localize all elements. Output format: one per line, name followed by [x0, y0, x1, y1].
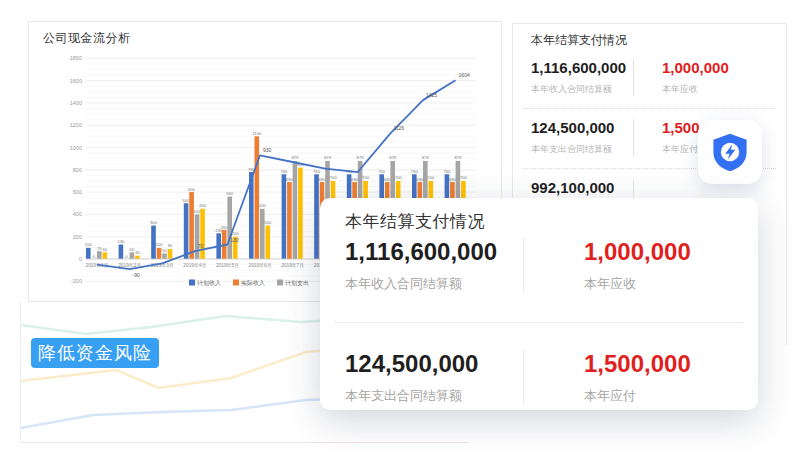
shield-lightning-icon	[709, 131, 751, 173]
svg-text:50: 50	[162, 248, 167, 253]
svg-text:690: 690	[449, 177, 457, 182]
svg-text:700: 700	[362, 175, 370, 180]
overlay-receivable-value: 1,000,000	[584, 238, 691, 266]
svg-text:100: 100	[85, 242, 93, 247]
svg-text:2019年5月: 2019年5月	[216, 263, 239, 269]
svg-text:800: 800	[73, 167, 82, 173]
svg-text:600: 600	[73, 189, 82, 195]
svg-text:计划支出: 计划支出	[285, 280, 309, 287]
overlay-income-settlement-value: 1,116,600,000	[345, 238, 523, 266]
panel-row-income: 1,116,600,000 本年收入合同结算额 1,000,000 本年应收	[513, 49, 786, 96]
overlay-title: 本年结算支付情况	[345, 210, 485, 233]
divider	[335, 322, 743, 323]
svg-text:879: 879	[324, 155, 332, 160]
svg-text:1200: 1200	[70, 122, 82, 128]
svg-text:690: 690	[416, 177, 424, 182]
overlay-payable-value: 1,500,000	[584, 350, 691, 378]
panel-title: 本年结算支付情况	[513, 24, 786, 49]
svg-text:690: 690	[384, 177, 392, 182]
svg-text:-90: -90	[133, 272, 140, 278]
svg-text:1000: 1000	[70, 145, 82, 151]
svg-text:760: 760	[411, 169, 419, 174]
svg-text:计划收入: 计划收入	[197, 279, 221, 287]
svg-text:450: 450	[199, 203, 207, 208]
svg-text:879: 879	[389, 155, 397, 160]
overlay-expense-settlement-value: 124,500,000	[345, 350, 523, 378]
svg-text:0: 0	[93, 254, 96, 259]
income-settlement-label: 本年收入合同结算额	[531, 83, 621, 96]
receivable-label: 本年应收	[662, 83, 729, 96]
overlay-income-settlement-label: 本年收入合同结算额	[345, 275, 523, 293]
svg-text:700: 700	[395, 175, 403, 180]
svg-text:930: 930	[263, 147, 272, 153]
svg-text:2019年6月: 2019年6月	[249, 263, 272, 269]
svg-text:300: 300	[150, 220, 158, 225]
svg-text:879: 879	[422, 155, 430, 160]
svg-text:30: 30	[135, 250, 140, 255]
svg-text:260: 260	[221, 225, 229, 230]
svg-text:760: 760	[378, 169, 386, 174]
svg-text:130: 130	[117, 239, 125, 244]
svg-text:实际收入: 实际收入	[241, 279, 265, 287]
balance-value: 992,100,000	[531, 179, 621, 196]
svg-text:760: 760	[443, 169, 451, 174]
svg-text:300: 300	[264, 220, 272, 225]
svg-text:60: 60	[102, 247, 107, 252]
overlay-receivable-label: 本年应收	[584, 275, 691, 293]
svg-text:1604: 1604	[459, 72, 470, 78]
svg-text:1425: 1425	[426, 92, 437, 98]
overlay-row-income: 1,116,600,000 本年收入合同结算额 1,000,000 本年应收	[345, 238, 691, 293]
svg-text:690: 690	[351, 177, 359, 182]
svg-text:1600: 1600	[70, 78, 82, 84]
income-settlement-value: 1,116,600,000	[531, 59, 621, 76]
svg-text:700: 700	[427, 175, 435, 180]
svg-text:1800: 1800	[70, 55, 82, 61]
overlay-payable-label: 本年应付	[584, 387, 691, 405]
settlement-overlay-card: 本年结算支付情况 1,116,600,000 本年收入合同结算额 1,000,0…	[320, 198, 758, 410]
svg-text:879: 879	[291, 155, 299, 160]
svg-text:-200: -200	[71, 278, 82, 284]
svg-text:760: 760	[313, 169, 321, 174]
expense-settlement-label: 本年支出合同结算额	[531, 143, 621, 156]
svg-text:879: 879	[357, 155, 365, 160]
svg-text:879: 879	[454, 155, 462, 160]
overlay-expense-settlement-label: 本年支出合同结算额	[345, 387, 523, 405]
svg-text:690: 690	[286, 177, 294, 182]
svg-text:400: 400	[73, 211, 82, 217]
expense-settlement-value: 124,500,000	[531, 119, 621, 136]
svg-text:2019年7月: 2019年7月	[281, 263, 304, 269]
svg-text:450: 450	[259, 203, 267, 208]
svg-text:90: 90	[168, 243, 173, 248]
svg-text:700: 700	[460, 175, 468, 180]
svg-text:70: 70	[198, 243, 204, 249]
svg-text:600: 600	[188, 187, 196, 192]
svg-text:1100: 1100	[252, 131, 262, 136]
svg-text:700: 700	[330, 175, 338, 180]
shield-badge-card	[698, 120, 762, 184]
svg-text:130: 130	[230, 237, 239, 243]
svg-text:560: 560	[226, 191, 234, 196]
overlay-row-expense: 124,500,000 本年支出合同结算额 1,500,000 本年应付	[345, 350, 691, 405]
svg-text:2019年4月: 2019年4月	[183, 263, 206, 269]
svg-text:0: 0	[125, 254, 128, 259]
svg-text:760: 760	[280, 169, 288, 174]
svg-text:500: 500	[183, 198, 191, 203]
svg-text:690: 690	[319, 177, 327, 182]
receivable-value: 1,000,000	[662, 59, 729, 76]
svg-text:100: 100	[156, 242, 164, 247]
svg-text:400: 400	[194, 209, 202, 214]
svg-text:1400: 1400	[70, 100, 82, 106]
svg-text:0: 0	[79, 256, 82, 262]
svg-text:1126: 1126	[393, 125, 404, 131]
svg-text:200: 200	[73, 234, 82, 240]
reduce-risk-button[interactable]: 降低资金风险	[31, 338, 159, 368]
chart-title: 公司现金流分析	[43, 30, 131, 47]
